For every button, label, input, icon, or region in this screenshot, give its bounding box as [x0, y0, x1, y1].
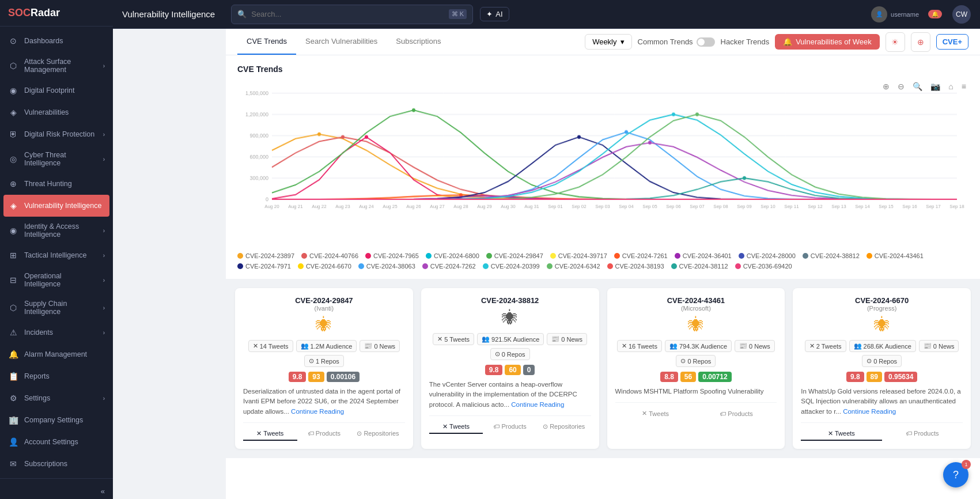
footer-tab-tweets[interactable]: ✕ Tweets [801, 428, 881, 441]
cve-card-CVE-2024-38812: CVE-2024-38812 🕷 ✕ 5 Tweets 👥 921.5K Aud… [421, 288, 599, 449]
home-btn[interactable]: ⌂ [946, 81, 955, 92]
cvss-score: 9.8 [485, 365, 503, 375]
nav-label-vuln-intel: Vulnerability Intelligence [24, 202, 101, 210]
ai-button[interactable]: ✦ AI [480, 7, 509, 21]
read-more-link[interactable]: Continue Reading [291, 408, 344, 415]
sidebar-bottom: « [0, 478, 113, 499]
legend-dot [550, 253, 556, 259]
legend-dot [301, 253, 307, 259]
tab-subscriptions[interactable]: Subscriptions [387, 29, 450, 55]
cve-description: The vCenter Server contains a heap-overf… [429, 380, 591, 410]
menu-btn[interactable]: ≡ [959, 81, 968, 92]
nav-label-vulnerabilities: Vulnerabilities [24, 108, 69, 116]
nav-arrow-supply-chain: › [103, 305, 105, 311]
read-more-link[interactable]: Continue Reading [843, 408, 896, 415]
chat-widget[interactable]: ?1 [943, 462, 968, 487]
audience-badge: 👥 794.3K Audience [665, 340, 732, 352]
legend-item-CVE-2024-7965: CVE-2024-7965 [365, 252, 419, 259]
repos-badge: ⊙ 0 Repos [862, 355, 902, 367]
sidebar-item-account-settings[interactable]: 👤 Account Settings [0, 431, 113, 453]
nav-arrow-operational-intel: › [103, 277, 105, 283]
cve-card-header: CVE-2024-38812 🕷 [429, 296, 591, 327]
footer-tab-products[interactable]: 🏷 Products [297, 428, 351, 441]
footer-tab-icon: ✕ [256, 430, 262, 437]
legend-item-CVE-2024-7971: CVE-2024-7971 [237, 263, 291, 270]
nav-arrow-identity-access: › [103, 228, 105, 234]
sidebar-item-settings[interactable]: ⚙ Settings › [0, 387, 113, 409]
notification-badge[interactable]: 🔔 [928, 10, 942, 18]
sidebar-item-identity-access[interactable]: ◉ Identity & Access Intelligence › [0, 217, 113, 244]
cve-id: CVE-2024-43461 [615, 296, 777, 305]
logo[interactable]: SOCRadar [0, 0, 113, 27]
sidebar-item-reports[interactable]: 📋 Reports [0, 365, 113, 387]
sidebar-item-vuln-intel[interactable]: ◈ Vulnerability Intelligence [3, 195, 109, 217]
read-more-link[interactable]: Continue Reading [511, 401, 564, 408]
sidebar-item-digital-footprint[interactable]: ◉ Digital Footprint [0, 80, 113, 101]
period-select[interactable]: Weekly ▾ [585, 34, 631, 50]
footer-tab-tweets[interactable]: ✕ Tweets [615, 407, 696, 421]
news-badge: 📰 0 News [735, 340, 775, 352]
cve-spider-icon: 🕷 [243, 315, 405, 334]
footer-tab-products[interactable]: 🏷 Products [882, 428, 963, 441]
nav-label-tactical-intel: Tactical Intelligence [24, 251, 86, 259]
footer-tab-products[interactable]: 🏷 Products [483, 421, 537, 434]
footer-tab-tweets[interactable]: ✕ Tweets [429, 421, 483, 434]
footer-tab-icon: 🏷 [308, 430, 314, 437]
sidebar-item-operational-intel[interactable]: ⊟ Operational Intelligence › [0, 266, 113, 294]
x-icon: ✕ [253, 342, 258, 350]
tweets-badge: ✕ 14 Tweets [248, 340, 293, 352]
nav-icon-tactical-intel: ⊞ [8, 250, 18, 260]
sidebar-item-threat-hunting[interactable]: ⊕ Threat Hunting [0, 173, 113, 195]
sidebar-item-cyber-threat[interactable]: ◎ Cyber Threat Intelligence › [0, 145, 113, 173]
plus-circle-icon-button[interactable]: ⊕ [911, 32, 930, 52]
footer-tab-products[interactable]: 🏷 Products [696, 407, 777, 421]
footer-tab-repositories[interactable]: ⊙ Repositories [537, 421, 591, 434]
search-input[interactable] [251, 10, 444, 18]
common-trends-toggle[interactable] [697, 37, 715, 47]
footer-tab-repositories[interactable]: ⊙ Repositories [351, 428, 405, 441]
zoom-in-btn[interactable]: ⊕ [880, 81, 892, 92]
vulnerabilities-of-week-button[interactable]: 🔔 Vulnerabilities of Week [775, 34, 880, 50]
sidebar-item-subscriptions[interactable]: ✉ Subscriptions [0, 453, 113, 475]
tab-search-vulns[interactable]: Search Vulnerabilities [296, 29, 387, 55]
sidebar-item-digital-risk[interactable]: ⛨ Digital Risk Protection › [0, 123, 113, 145]
sidebar-collapse-btn[interactable]: « [0, 483, 113, 499]
sidebar-item-dashboards[interactable]: ⊙ Dashboards [0, 30, 113, 52]
footer-tab-icon: 🏷 [906, 430, 912, 437]
sidebar-item-incidents[interactable]: ⚠ Incidents › [0, 322, 113, 343]
legend-dot [867, 253, 872, 259]
news-badge: 📰 0 News [360, 340, 400, 352]
user-avatar-right[interactable]: CW [952, 5, 971, 24]
sidebar-item-supply-chain[interactable]: ⬡ Supply Chain Intelligence › [0, 294, 113, 322]
sun-icon-button[interactable]: ☀ [886, 32, 905, 52]
cve-stats: ✕ 5 Tweets 👥 921.5K Audience 📰 0 News ⊙ … [429, 333, 591, 360]
nav-icon-supply-chain: ⬡ [8, 303, 18, 313]
sidebar-item-company-settings[interactable]: 🏢 Company Settings [0, 409, 113, 431]
exploit-score: 0.00106 [327, 372, 360, 382]
logo-text: SOCRadar [8, 7, 60, 19]
cve-id: CVE-2024-38812 [429, 296, 591, 305]
exploit-score: 0 [523, 365, 535, 375]
nav-label-digital-risk: Digital Risk Protection [24, 130, 94, 138]
zoom-out-btn[interactable]: ⊖ [895, 81, 907, 92]
user-display[interactable]: 👤 username [871, 6, 919, 22]
sidebar-item-attack-surface[interactable]: ⬡ Attack Surface Management › [0, 52, 113, 80]
search-bar[interactable]: 🔍 ⌘ K [231, 5, 473, 24]
news-icon: 📰 [739, 342, 747, 350]
repos-badge: ⊙ 0 Repos [676, 355, 716, 367]
news-badge: 📰 0 News [919, 340, 959, 352]
footer-tab-tweets[interactable]: ✕ Tweets [243, 428, 297, 441]
cve-plus-button[interactable]: CVE+ [936, 34, 968, 50]
sidebar-nav: ⊙ Dashboards ⬡ Attack Surface Management… [0, 27, 113, 478]
camera-btn[interactable]: 📷 [928, 81, 943, 92]
nav-icon-dashboards: ⊙ [8, 36, 18, 46]
tab-cve-trends[interactable]: CVE Trends [237, 29, 296, 55]
sidebar-item-alarm-mgmt[interactable]: 🔔 Alarm Management [0, 343, 113, 365]
zoom-select-btn[interactable]: 🔍 [910, 81, 925, 92]
user-avatar[interactable]: 👤 [871, 6, 887, 22]
nav-label-alarm-mgmt: Alarm Management [24, 350, 87, 358]
sidebar-item-vulnerabilities[interactable]: ◈ Vulnerabilities [0, 101, 113, 123]
sidebar-item-tactical-intel[interactable]: ⊞ Tactical Intelligence › [0, 244, 113, 266]
people-icon: 👥 [669, 342, 678, 350]
cve-card-CVE-2024-43461: CVE-2024-43461 (Microsoft) 🕷 ✕ 16 Tweets… [607, 288, 785, 449]
